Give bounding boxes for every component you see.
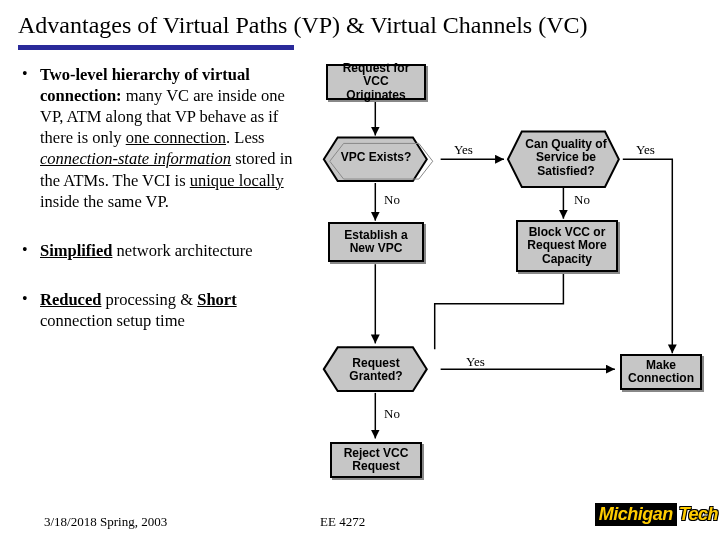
logo-michigan: Michigan: [595, 503, 677, 526]
flow-start: Request for VCC Originates: [326, 64, 426, 100]
label-yes-3: Yes: [466, 354, 485, 370]
footer-course: EE 4272: [320, 514, 365, 530]
logo-tech: Tech: [679, 504, 718, 525]
footer-date: 3/18/2018 Spring, 2003: [44, 514, 167, 530]
flowchart: Request for VCC Originates VPC Exists? C…: [306, 64, 702, 504]
bullet-2: Simplified network architecture: [18, 240, 298, 261]
flow-establish: Establish a New VPC: [328, 222, 424, 262]
flow-qos: Can Quality of Service be Satisfied?: [510, 130, 622, 186]
flow-granted: Request Granted?: [324, 348, 428, 392]
flow-reject: Reject VCC Request: [330, 442, 422, 478]
label-no-2: No: [574, 192, 590, 208]
flow-make: Make Connection: [620, 354, 702, 390]
label-yes-2: Yes: [636, 142, 655, 158]
flow-arrows: [306, 64, 702, 504]
slide-title: Advantages of Virtual Paths (VP) & Virtu…: [18, 12, 702, 39]
flow-block: Block VCC or Request More Capacity: [516, 220, 618, 272]
bullet-column: Two-level hierarchy of virtual connectio…: [18, 64, 298, 504]
bullet-3: Reduced processing & Short connection se…: [18, 289, 298, 331]
logo: MichiganTech: [595, 503, 718, 526]
flow-vpc-exists: VPC Exists?: [324, 136, 428, 180]
title-rule: [18, 45, 294, 50]
label-no-1: No: [384, 192, 400, 208]
bullet-1: Two-level hierarchy of virtual connectio…: [18, 64, 298, 212]
label-yes-1: Yes: [454, 142, 473, 158]
label-no-3: No: [384, 406, 400, 422]
